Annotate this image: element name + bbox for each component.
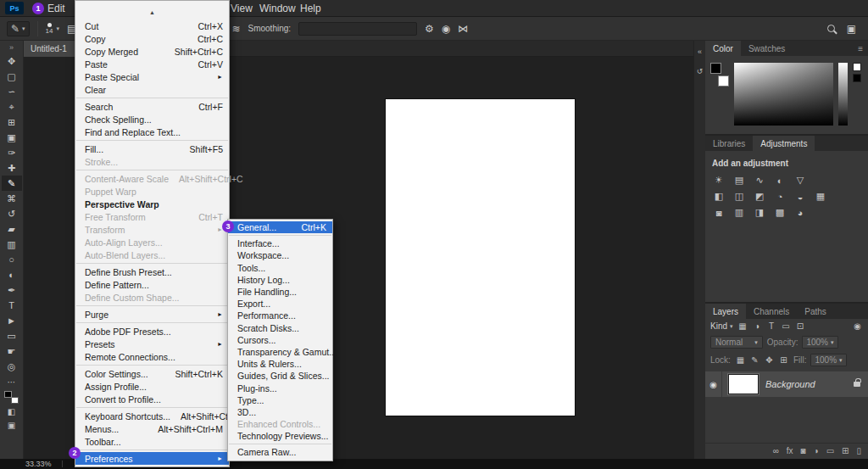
vibrance-icon[interactable]: ▽ bbox=[793, 174, 808, 187]
preferences-item-guides-grid-slices[interactable]: Guides, Grid & Slices... bbox=[228, 370, 332, 382]
lasso-tool-icon[interactable]: ∽ bbox=[2, 84, 22, 99]
edit-menu-item-perspective-warp[interactable]: Perspective Warp bbox=[75, 198, 229, 210]
tab-paths[interactable]: Paths bbox=[797, 304, 834, 319]
edit-menu-item-preferences[interactable]: Preferences► bbox=[75, 452, 229, 465]
path-selection-tool-icon[interactable]: ► bbox=[2, 313, 22, 328]
filter-pixel-layers-icon[interactable]: ▦ bbox=[737, 322, 748, 331]
edit-menu-item-toolbar[interactable]: Toolbar... bbox=[75, 435, 229, 448]
marquee-tool-icon[interactable]: ▢ bbox=[2, 69, 22, 84]
edit-menu-item-paste[interactable]: PasteCtrl+V bbox=[75, 58, 229, 70]
pressure-size-icon[interactable]: ◉ bbox=[442, 24, 450, 34]
preferences-item-performance[interactable]: Performance... bbox=[228, 310, 332, 321]
history-panel-icon[interactable]: ↺ bbox=[697, 67, 704, 75]
eraser-tool-icon[interactable]: ▰ bbox=[2, 221, 22, 237]
brush-tool-icon[interactable]: ✎ bbox=[2, 176, 22, 191]
edit-menu-item-color-settings[interactable]: Color Settings...Shift+Ctrl+K bbox=[75, 367, 229, 380]
threshold-icon[interactable]: ◨ bbox=[752, 206, 767, 219]
adjustment-layer-icon[interactable]: ◑ bbox=[814, 447, 819, 455]
foreground-background-swatches[interactable] bbox=[710, 63, 729, 87]
preferences-item-general[interactable]: General...Ctrl+K bbox=[228, 221, 332, 233]
foreground-background-swatches[interactable] bbox=[4, 391, 19, 404]
curves-icon[interactable]: ∿ bbox=[752, 174, 767, 187]
edit-menu-item-fill[interactable]: Fill...Shift+F5 bbox=[75, 142, 229, 155]
hand-tool-icon[interactable]: ☛ bbox=[2, 343, 22, 359]
menu-edit[interactable]: Edit bbox=[42, 0, 70, 17]
search-icon[interactable] bbox=[827, 25, 835, 32]
edit-menu-item-find-and-replace-text[interactable]: Find and Replace Text... bbox=[75, 126, 229, 138]
edit-menu-item-keyboard-shortcuts[interactable]: Keyboard Shortcuts...Alt+Shift+Ctrl+K bbox=[75, 410, 229, 422]
gear-icon[interactable]: ⚙ bbox=[425, 24, 434, 34]
quick-mask-icon[interactable]: ◧ bbox=[2, 405, 22, 417]
smoothing-field[interactable] bbox=[298, 22, 417, 36]
background-color-swatch[interactable] bbox=[718, 75, 729, 87]
preferences-item-export[interactable]: Export... bbox=[228, 298, 332, 310]
tool-preset-picker[interactable]: ✎ ▾ bbox=[7, 21, 30, 36]
frame-tool-icon[interactable]: ▣ bbox=[2, 130, 22, 145]
blend-mode-select[interactable]: Normal ▾ bbox=[710, 336, 763, 349]
exposure-icon[interactable]: ◐ bbox=[772, 174, 787, 187]
edit-menu-item-copy[interactable]: CopyCtrl+C bbox=[75, 32, 229, 45]
edit-menu-item-check-spelling[interactable]: Check Spelling... bbox=[75, 113, 229, 126]
hue-saturation-icon[interactable]: ◧ bbox=[711, 190, 726, 203]
edit-menu-item-adobe-pdf-presets[interactable]: Adobe PDF Presets... bbox=[75, 325, 229, 338]
screen-mode-icon[interactable]: ▣ bbox=[2, 419, 22, 431]
foreground-color-swatch[interactable] bbox=[710, 63, 721, 74]
edit-menu-item-purge[interactable]: Purge► bbox=[75, 308, 229, 321]
preferences-item-interface[interactable]: Interface... bbox=[228, 237, 332, 249]
levels-icon[interactable]: ▤ bbox=[732, 174, 747, 187]
edit-menu-item-paste-special[interactable]: Paste Special► bbox=[75, 70, 229, 83]
edit-menu-item-remote-connections[interactable]: Remote Connections... bbox=[75, 350, 229, 363]
tab-channels[interactable]: Channels bbox=[746, 304, 797, 319]
filter-adjustment-layers-icon[interactable]: ◑ bbox=[752, 322, 763, 331]
white-swatch[interactable] bbox=[853, 63, 861, 71]
preferences-item-units-rulers[interactable]: Units & Rulers... bbox=[228, 358, 332, 370]
brush-preset-picker[interactable]: 14 ▾ bbox=[46, 23, 59, 35]
background-color-swatch[interactable] bbox=[11, 397, 19, 404]
symmetry-icon[interactable]: ⋈ bbox=[458, 24, 468, 34]
zoom-tool-icon[interactable]: ◎ bbox=[2, 359, 22, 374]
layer-thumbnail[interactable] bbox=[728, 374, 759, 394]
menu-window[interactable]: Window bbox=[254, 0, 301, 17]
link-layers-icon[interactable]: ∞ bbox=[773, 447, 779, 455]
layer-opacity-field[interactable]: 100% ▾ bbox=[802, 336, 837, 349]
type-tool-icon[interactable]: T bbox=[2, 298, 22, 313]
layer-effects-icon[interactable]: fx bbox=[787, 447, 793, 455]
preferences-item-cursors[interactable]: Cursors... bbox=[228, 334, 332, 346]
edit-menu-item-define-pattern[interactable]: Define Pattern... bbox=[75, 278, 229, 291]
delete-layer-icon[interactable]: ▯ bbox=[856, 447, 861, 455]
zoom-level[interactable]: 33.33% bbox=[25, 460, 52, 468]
edit-menu-item-clear[interactable]: Clear bbox=[75, 83, 229, 96]
edit-menu-item-search[interactable]: SearchCtrl+F bbox=[75, 100, 229, 113]
dodge-tool-icon[interactable]: ◐ bbox=[2, 267, 22, 282]
layer-mask-icon[interactable]: ◙ bbox=[801, 447, 806, 455]
history-brush-tool-icon[interactable]: ↺ bbox=[2, 206, 22, 221]
fill-field[interactable]: 100% ▾ bbox=[810, 354, 846, 366]
preferences-item-file-handling[interactable]: File Handling... bbox=[228, 286, 332, 298]
edit-toolbar-icon[interactable]: ⋯ bbox=[2, 376, 22, 388]
layer-row-background[interactable]: ◉ Background bbox=[705, 371, 868, 397]
foreground-color-swatch[interactable] bbox=[4, 391, 12, 398]
edit-menu-scroll-up-icon[interactable]: ▲ bbox=[75, 4, 229, 20]
preferences-item-tools[interactable]: Tools... bbox=[228, 262, 332, 274]
preferences-item-workspace[interactable]: Workspace... bbox=[228, 249, 332, 261]
menu-view[interactable]: View bbox=[225, 0, 258, 17]
edit-menu-item-convert-to-profile[interactable]: Convert to Profile... bbox=[75, 393, 229, 405]
workspace-switcher-icon[interactable]: ▣ bbox=[847, 24, 856, 34]
tab-adjustments[interactable]: Adjustments bbox=[753, 136, 815, 151]
preferences-item-camera-raw[interactable]: Camera Raw... bbox=[228, 446, 332, 458]
color-lookup-icon[interactable]: ▦ bbox=[813, 190, 828, 203]
lock-image-pixels-icon[interactable]: ✎ bbox=[749, 356, 760, 365]
lock-artboard-icon[interactable]: ⊞ bbox=[778, 356, 789, 365]
airbrush-icon[interactable]: ≋ bbox=[231, 24, 240, 34]
preferences-item-technology-previews[interactable]: Technology Previews... bbox=[228, 430, 332, 442]
edit-menu-item-copy-merged[interactable]: Copy MergedShift+Ctrl+C bbox=[75, 45, 229, 58]
eyedropper-tool-icon[interactable]: ✑ bbox=[2, 145, 22, 160]
filter-type-layers-icon[interactable]: T bbox=[766, 322, 777, 331]
edit-menu-item-define-brush-preset[interactable]: Define Brush Preset... bbox=[75, 265, 229, 278]
panel-menu-icon[interactable]: ≡ bbox=[853, 41, 868, 56]
lock-transparent-pixels-icon[interactable]: ▦ bbox=[735, 356, 746, 365]
tab-layers[interactable]: Layers bbox=[705, 304, 746, 319]
crop-tool-icon[interactable]: ⊞ bbox=[2, 114, 22, 130]
invert-icon[interactable]: ◙ bbox=[711, 206, 726, 219]
tab-color[interactable]: Color bbox=[705, 41, 741, 56]
